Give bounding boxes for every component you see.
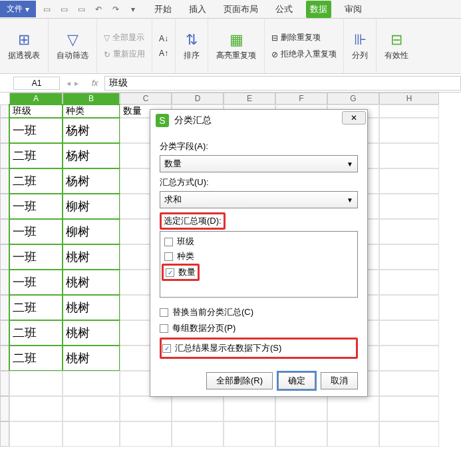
- cell[interactable]: 二班: [9, 320, 63, 346]
- tab-review[interactable]: 审阅: [341, 1, 366, 18]
- row-header[interactable]: [0, 320, 9, 346]
- checkbox-unchecked[interactable]: [160, 324, 168, 333]
- cell[interactable]: [9, 371, 63, 396]
- cell[interactable]: 种类: [63, 105, 120, 118]
- preview-icon[interactable]: ▭: [76, 4, 86, 15]
- row-header[interactable]: [0, 346, 9, 371]
- checkbox-unchecked[interactable]: [160, 308, 168, 317]
- col-header-E[interactable]: E: [224, 93, 275, 105]
- dialog-close-button[interactable]: ✕: [342, 111, 366, 124]
- col-header-C[interactable]: C: [120, 93, 172, 105]
- cell[interactable]: [379, 194, 439, 219]
- cell[interactable]: [379, 295, 439, 320]
- remove-all-button[interactable]: 全部删除(R): [206, 372, 273, 389]
- reapply-button[interactable]: ↻ 重新应用: [101, 47, 148, 61]
- cell[interactable]: [63, 396, 120, 421]
- sort-button[interactable]: ⇅ 排序: [180, 29, 204, 64]
- cell[interactable]: [379, 371, 439, 396]
- row-header[interactable]: [0, 105, 9, 118]
- cell[interactable]: [379, 168, 439, 194]
- cell[interactable]: [63, 371, 120, 396]
- row-header[interactable]: [0, 118, 9, 143]
- autofilter-button[interactable]: ▽ 自动筛选: [53, 29, 92, 64]
- tab-formula[interactable]: 公式: [271, 1, 297, 18]
- sort-asc-button[interactable]: A↓: [156, 33, 171, 45]
- opt-replace[interactable]: 替换当前分类汇总(C): [160, 304, 358, 320]
- cell[interactable]: 杨树: [63, 168, 120, 194]
- col-header-D[interactable]: D: [172, 93, 224, 105]
- cell[interactable]: [224, 421, 275, 447]
- cell[interactable]: 桃树: [63, 244, 120, 270]
- cell[interactable]: [327, 421, 379, 447]
- checkbox-checked[interactable]: ✓: [166, 268, 174, 277]
- cell[interactable]: [9, 396, 63, 421]
- text-to-columns-button[interactable]: ⊪ 分列: [348, 29, 372, 64]
- cell[interactable]: [379, 244, 439, 270]
- cell[interactable]: [63, 421, 120, 447]
- redo-icon[interactable]: ↷: [110, 4, 121, 15]
- cell[interactable]: 杨树: [63, 118, 120, 143]
- remove-dup-button[interactable]: ⊟ 删除重复项: [269, 31, 339, 45]
- pivot-table-button[interactable]: ⊞ 据透视表: [4, 29, 44, 64]
- cell[interactable]: 杨树: [63, 143, 120, 168]
- col-header-B[interactable]: B: [63, 93, 120, 105]
- cell[interactable]: 二班: [9, 168, 63, 194]
- cell[interactable]: 桃树: [63, 295, 120, 320]
- fx-icon[interactable]: fx: [92, 79, 98, 88]
- list-item[interactable]: ✓ 数量: [164, 266, 197, 278]
- sort-desc-button[interactable]: A↑: [156, 47, 171, 59]
- cell[interactable]: [379, 320, 439, 346]
- highlight-dup-button[interactable]: ▦ 高亮重复项: [212, 29, 260, 64]
- col-header-F[interactable]: F: [275, 93, 327, 105]
- cell[interactable]: 一班: [9, 194, 63, 219]
- cell[interactable]: 一班: [9, 118, 63, 143]
- prev-icon[interactable]: ◂: [67, 79, 71, 88]
- cell[interactable]: [9, 421, 63, 447]
- next-icon[interactable]: ▸: [75, 79, 78, 88]
- checkbox-unchecked[interactable]: [164, 252, 173, 261]
- cell[interactable]: [379, 143, 439, 168]
- cell[interactable]: 二班: [9, 295, 63, 320]
- tab-insert[interactable]: 插入: [185, 1, 210, 18]
- cell[interactable]: [379, 118, 439, 143]
- row-header[interactable]: [0, 396, 9, 421]
- col-header-A[interactable]: A: [9, 93, 63, 105]
- cell[interactable]: 桃树: [63, 320, 120, 346]
- ok-button[interactable]: 确定: [278, 372, 315, 389]
- field-select[interactable]: 数量 ▼: [160, 155, 358, 172]
- row-header[interactable]: [0, 168, 9, 194]
- opt-below[interactable]: ✓ 汇总结果显示在数据下方(S): [162, 340, 355, 356]
- row-header[interactable]: [0, 194, 9, 219]
- file-menu[interactable]: 文件 ▾: [0, 1, 36, 17]
- cell[interactable]: [120, 396, 172, 421]
- cell[interactable]: 一班: [9, 219, 63, 244]
- name-box[interactable]: [13, 77, 60, 90]
- list-item[interactable]: 班级: [163, 234, 355, 249]
- cell[interactable]: 桃树: [63, 270, 120, 295]
- cell[interactable]: [275, 396, 327, 421]
- cell[interactable]: [379, 421, 439, 447]
- cell[interactable]: [379, 219, 439, 244]
- undo-icon[interactable]: ↶: [93, 4, 104, 15]
- cell[interactable]: [120, 421, 172, 447]
- list-item[interactable]: 种类: [163, 249, 355, 264]
- row-header[interactable]: [0, 270, 9, 295]
- row-header[interactable]: [0, 421, 9, 447]
- formula-input[interactable]: [104, 76, 461, 91]
- cell[interactable]: [379, 270, 439, 295]
- cell[interactable]: [224, 396, 275, 421]
- method-select[interactable]: 求和 ▼: [160, 191, 358, 208]
- cell[interactable]: [172, 421, 224, 447]
- cell[interactable]: 班级: [9, 105, 63, 118]
- checkbox-unchecked[interactable]: [164, 238, 173, 246]
- cancel-button[interactable]: 取消: [321, 372, 358, 389]
- cell[interactable]: 二班: [9, 346, 63, 371]
- col-header-G[interactable]: G: [327, 93, 379, 105]
- cell[interactable]: 柳树: [63, 194, 120, 219]
- cell[interactable]: 一班: [9, 244, 63, 270]
- row-header[interactable]: [0, 371, 9, 396]
- validation-button[interactable]: ⊟ 有效性: [381, 29, 412, 64]
- cell[interactable]: [379, 105, 439, 118]
- cell[interactable]: [327, 396, 379, 421]
- cell[interactable]: 二班: [9, 143, 63, 168]
